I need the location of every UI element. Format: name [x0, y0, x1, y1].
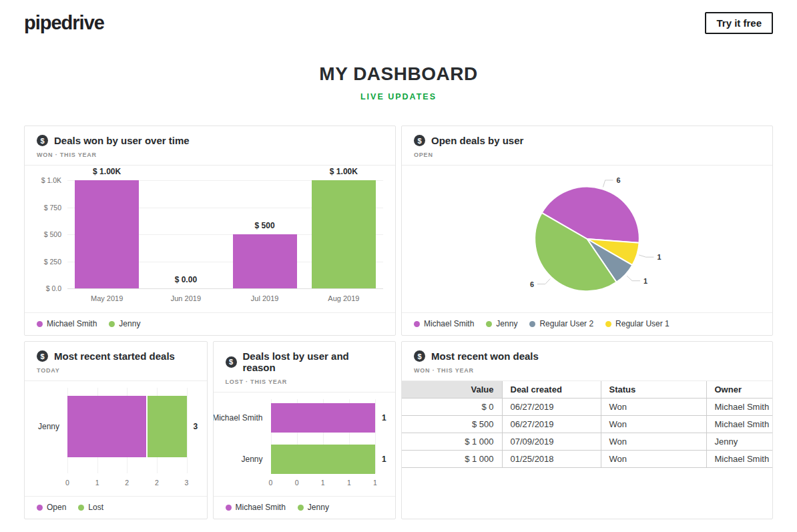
deal-value-icon: $ [414, 135, 425, 146]
table-cell: $ 500 [402, 416, 502, 433]
table-cell: Jenny [706, 433, 772, 451]
table-cell: 06/27/2019 [502, 398, 601, 416]
table-cell: Michael Smith [706, 451, 772, 468]
bar: 1 [271, 445, 376, 474]
leader-line [627, 276, 640, 280]
gridline [187, 388, 188, 473]
legend-item: Regular User 1 [605, 319, 670, 328]
legend-dot-icon [486, 321, 492, 327]
top-bar: pipedrive Try it free [0, 0, 797, 34]
legend-label: Jenny [308, 503, 329, 512]
table-row[interactable]: $ 1 00007/09/2019WonJenny [402, 433, 772, 451]
widget-deals-won-over-time[interactable]: $ Deals won by user over time WON · THIS… [24, 125, 396, 336]
column-header: Owner [706, 381, 772, 398]
deal-value-icon: $ [37, 350, 48, 362]
legend-label: Regular User 1 [615, 319, 670, 328]
bar-chart: $ 1.0K$ 750$ 500$ 250$ 0.0$ 1.00KMay 201… [25, 166, 395, 312]
legend-dot-icon [37, 505, 43, 511]
legend-label: Lost [88, 503, 103, 512]
widget-filter: WON · THIS YEAR [37, 152, 383, 158]
legend-label: Michael Smith [236, 503, 286, 512]
table-cell: 06/27/2019 [502, 416, 601, 433]
legend-dot-icon [298, 505, 304, 511]
legend-item: Regular User 2 [529, 319, 593, 328]
bar-value-label: 1 [382, 413, 386, 423]
column-header: Status [601, 381, 706, 398]
plot-area: 012233Jenny [67, 388, 187, 473]
widget-open-deals-by-user[interactable]: $ Open deals by user OPEN 6116 Michael S… [401, 125, 773, 336]
gridline [67, 288, 383, 289]
bar-value-label: $ 1.00K [93, 167, 121, 176]
deal-value-icon: $ [414, 350, 425, 362]
bar-value-label: $ 0.00 [175, 275, 197, 284]
legend-label: Regular User 2 [539, 319, 593, 328]
x-axis-label: Jul 2019 [251, 294, 279, 302]
widget-title: Most recent started deals [54, 350, 175, 362]
widget-title: Open deals by user [431, 135, 523, 146]
leader-line [537, 279, 550, 284]
x-axis-tick: 3 [185, 479, 189, 487]
chart-legend: OpenLost [25, 496, 207, 519]
legend-item: Michael Smith [37, 319, 97, 328]
table-cell: Michael Smith [706, 398, 772, 416]
gridline [375, 399, 376, 473]
x-axis-tick: 1 [95, 479, 99, 487]
pie-value-label: 6 [617, 176, 621, 184]
widget-most-recent-started-deals[interactable]: $ Most recent started deals TODAY 012233… [24, 341, 208, 519]
table-row[interactable]: $ 006/27/2019WonMichael Smith [402, 398, 772, 416]
table-row[interactable]: $ 1 00001/25/2018WonMichael Smith [402, 451, 772, 468]
x-axis-label: Aug 2019 [328, 294, 359, 302]
legend-item: Open [37, 503, 66, 512]
widget-most-recent-won-deals[interactable]: $ Most recent won deals WON · THIS YEAR … [401, 341, 773, 519]
pie-chart: 6116 [402, 166, 772, 312]
column-header: Value [402, 381, 502, 398]
leader-line [639, 255, 653, 257]
widget-title: Deals won by user over time [54, 135, 190, 146]
row-label: Jenny [38, 422, 59, 431]
table-cell: Won [601, 433, 706, 451]
table-cell: Won [601, 398, 706, 416]
legend-item: Jenny [109, 319, 140, 328]
table-row[interactable]: $ 50006/27/2019WonMichael Smith [402, 416, 772, 433]
table-header-row: ValueDeal createdStatusOwner [402, 381, 772, 398]
bar: 1 [271, 403, 376, 433]
leader-line [603, 180, 613, 187]
widget-deals-lost-by-user[interactable]: $ Deals lost by user and reason LOST · T… [213, 341, 396, 519]
widget-filter: TODAY [37, 367, 195, 374]
chart-legend: Michael SmithJenny [25, 312, 395, 335]
row-label: Michael Smith [213, 413, 263, 423]
deals-table: ValueDeal createdStatusOwner$ 006/27/201… [402, 381, 772, 468]
legend-label: Michael Smith [47, 319, 97, 328]
y-axis-tick: $ 250 [44, 258, 61, 266]
table-cell: Won [601, 416, 706, 433]
x-axis-tick: 2 [155, 479, 159, 487]
chart-legend: Michael SmithJennyRegular User 2Regular … [402, 312, 772, 335]
live-updates-label: LIVE UPDATES [0, 92, 797, 101]
pipedrive-logo[interactable]: pipedrive [24, 12, 104, 33]
x-axis-label: May 2019 [91, 294, 123, 302]
legend-item: Jenny [486, 319, 517, 328]
legend-item: Jenny [298, 503, 329, 512]
x-axis-tick: 0 [269, 479, 273, 487]
bar-value-label: 1 [382, 455, 386, 464]
widget-header: $ Most recent won deals WON · THIS YEAR [402, 342, 772, 381]
widget-header: $ Most recent started deals TODAY [25, 342, 207, 381]
try-it-free-button[interactable]: Try it free [705, 12, 773, 34]
widget-title: Deals lost by user and reason [243, 350, 384, 373]
legend-label: Open [47, 503, 66, 512]
table-cell: Won [601, 451, 706, 468]
table-cell: $ 0 [402, 398, 502, 416]
x-axis-tick: 2 [125, 479, 129, 487]
legend-dot-icon [529, 321, 535, 327]
widget-filter: LOST · THIS YEAR [226, 378, 384, 385]
legend-label: Jenny [496, 319, 517, 328]
legend-dot-icon [226, 505, 232, 511]
table-cell: 01/25/2018 [502, 451, 601, 468]
y-axis-tick: $ 750 [44, 204, 61, 212]
deal-value-icon: $ [37, 135, 48, 146]
legend-dot-icon [37, 321, 43, 327]
y-axis-tick: $ 1.0K [41, 176, 61, 184]
legend-dot-icon [78, 505, 84, 511]
stacked-hbar-chart: 012233Jenny [25, 381, 207, 496]
bar-segment [148, 396, 187, 457]
